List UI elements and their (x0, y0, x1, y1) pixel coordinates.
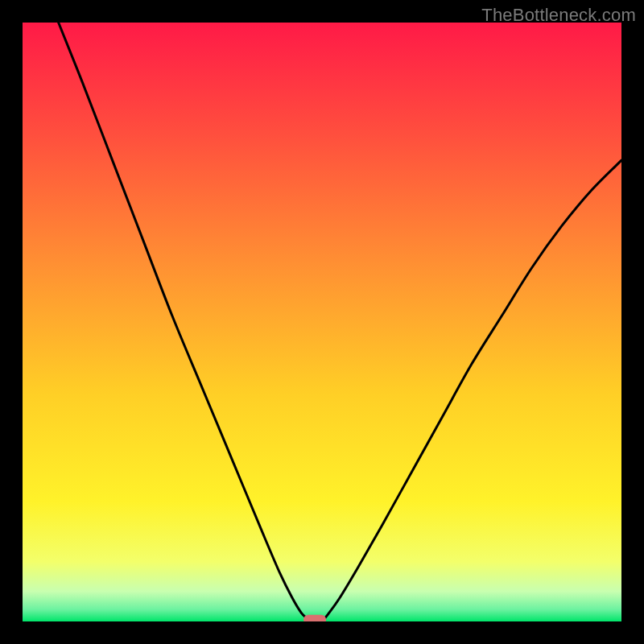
gradient-background (23, 23, 621, 621)
bottleneck-gradient-plot (23, 23, 621, 621)
watermark-text: TheBottleneck.com (481, 5, 636, 26)
optimal-marker (303, 615, 326, 621)
chart-frame (23, 23, 621, 621)
